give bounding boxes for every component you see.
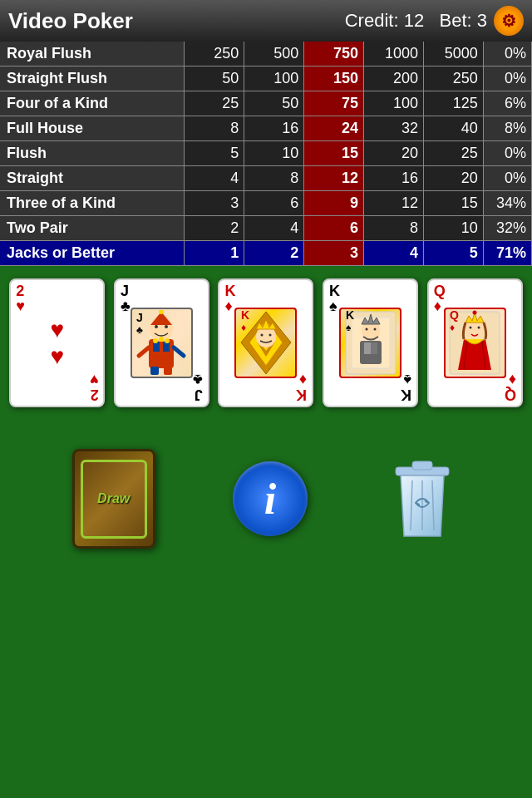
svg-rect-14 (164, 367, 172, 375)
info-icon: i (264, 475, 276, 524)
paytable-row-1-col-1: 100 (244, 66, 304, 91)
paytable-row-1-col-3: 200 (364, 66, 424, 91)
paytable-row-8-pct: 71% (483, 241, 531, 266)
paytable-row-0-col-4: 5000 (423, 42, 483, 66)
paytable-row-4-pct: 0% (483, 141, 531, 166)
paytable-row-8-name: Jacks or Better (0, 241, 185, 266)
card-corner-br-2: J♣ (193, 372, 203, 402)
app-title: Video Poker (8, 8, 133, 34)
paytable-row-7-col-3: 8 (364, 216, 424, 241)
svg-point-24 (268, 334, 271, 337)
paytable-row-3-col-0: 8 (185, 116, 244, 141)
svg-point-34 (365, 328, 367, 331)
paytable-row-6-col-3: 12 (364, 191, 424, 216)
card-corner-tl-1: 2♥ (16, 283, 25, 313)
paytable-row-2-name: Four of a Kind (0, 91, 185, 116)
paytable-row-6-col-0: 3 (185, 191, 244, 216)
svg-point-5 (159, 310, 164, 314)
card-4[interactable]: K♠ K ♠ K♠ (323, 278, 418, 407)
card-corner-tl-4: K♠ (329, 283, 340, 313)
paytable-row-1-col-4: 250 (423, 66, 483, 91)
svg-point-41 (473, 311, 477, 315)
svg-line-12 (174, 347, 184, 356)
card-1[interactable]: 2♥ ♥♥ 2♥ (9, 278, 105, 407)
card-center-5: Q ♦ (444, 308, 506, 378)
svg-rect-32 (364, 342, 371, 354)
svg-text:K: K (346, 308, 354, 322)
paytable-row-6-col-4: 15 (423, 191, 483, 216)
svg-point-35 (373, 328, 376, 331)
info-button[interactable]: i (233, 461, 308, 536)
paytable-row-4-col-3: 20 (364, 141, 424, 166)
paytable-row-2-col-2: 75 (304, 91, 364, 116)
card-2[interactable]: J♣ (114, 278, 209, 407)
paytable-row-5-col-0: 4 (185, 166, 244, 191)
svg-point-8 (153, 338, 158, 343)
paytable-row-0-pct: 0% (483, 42, 531, 66)
paytable-row-7-pct: 32% (483, 216, 531, 241)
card-corner-tl-5: Q♦ (434, 283, 446, 313)
paytable-row-1-col-2: 150 (304, 66, 364, 91)
paytable-row-7-col-1: 4 (244, 216, 304, 241)
paytable-row-8-col-3: 4 (364, 241, 424, 266)
card-5[interactable]: Q♦ Q (427, 278, 523, 407)
svg-point-43 (478, 327, 480, 329)
card-center-2: J ♣ (131, 308, 193, 378)
paytable-row-4-col-1: 10 (244, 141, 304, 166)
card-corner-tl-2: J♣ (121, 283, 131, 313)
settings-icon[interactable]: ⚙ (494, 6, 524, 36)
paytable-row-0-name: Royal Flush (0, 42, 185, 66)
draw-button-label: Draw (97, 491, 130, 506)
paytable-row-2-col-4: 125 (423, 91, 483, 116)
paytable-row-0-col-1: 500 (244, 42, 304, 66)
card-corner-br-5: Q♦ (505, 372, 516, 402)
paytable-row-3-pct: 8% (483, 116, 531, 141)
paytable-row-6-pct: 34% (483, 191, 531, 216)
card-center-1: ♥♥ (50, 310, 64, 377)
svg-text:♦: ♦ (241, 322, 246, 333)
draw-button-inner: Draw (81, 460, 147, 539)
paytable-row-3-name: Full House (0, 116, 185, 141)
svg-point-42 (470, 327, 472, 329)
paytable-row-6-col-1: 6 (244, 191, 304, 216)
paytable-row-6-name: Three of a Kind (0, 191, 185, 216)
card-center-4: K ♠ (339, 308, 401, 378)
paytable-row-8-col-2: 3 (304, 241, 364, 266)
card-3[interactable]: K♦ K ♦ K♦ (218, 278, 313, 407)
draw-button[interactable]: Draw (72, 449, 155, 549)
paytable: Royal Flush250500750100050000%Straight F… (0, 42, 532, 266)
paytable-row-4-col-2: 15 (304, 141, 364, 166)
paytable-row-5-col-4: 20 (423, 166, 483, 191)
paytable-row-4-col-0: 5 (185, 141, 244, 166)
paytable-row-2-col-1: 50 (244, 91, 304, 116)
paytable-row-7-col-0: 2 (185, 216, 244, 241)
card-corner-br-3: K♦ (296, 372, 307, 402)
paytable-row-1-col-0: 50 (185, 66, 244, 91)
paytable-row-0-col-3: 1000 (364, 42, 424, 66)
paytable-row-1-pct: 0% (483, 66, 531, 91)
bottom-area: Draw i (0, 416, 532, 582)
paytable-row-7-col-2: 6 (304, 216, 364, 241)
paytable-row-8-col-4: 5 (423, 241, 483, 266)
paytable-row-8-col-1: 2 (244, 241, 304, 266)
svg-rect-47 (412, 461, 432, 470)
paytable-row-4-col-4: 25 (423, 141, 483, 166)
card-corner-tl-3: K♦ (224, 283, 235, 313)
paytable-row-7-col-4: 10 (423, 216, 483, 241)
paytable-row-8-col-0: 1 (185, 241, 244, 266)
cards-area: 2♥ ♥♥ 2♥ J♣ (0, 266, 532, 416)
paytable-row-5-col-2: 12 (304, 166, 364, 191)
header: Video Poker Credit: 12 Bet: 3 ⚙ (0, 0, 532, 42)
svg-line-11 (139, 347, 149, 356)
svg-text:♦: ♦ (450, 322, 455, 333)
trash-button[interactable] (385, 453, 460, 544)
credit-area: Credit: 12 Bet: 3 ⚙ (345, 6, 524, 36)
svg-rect-33 (371, 342, 377, 354)
svg-text:♣: ♣ (136, 324, 143, 336)
paytable-row-4-name: Flush (0, 141, 185, 166)
credit-value: 12 (404, 10, 424, 31)
paytable-row-5-col-1: 8 (244, 166, 304, 191)
svg-point-7 (165, 325, 168, 328)
paytable-row-2-col-0: 25 (185, 91, 244, 116)
paytable-row-2-col-3: 100 (364, 91, 424, 116)
